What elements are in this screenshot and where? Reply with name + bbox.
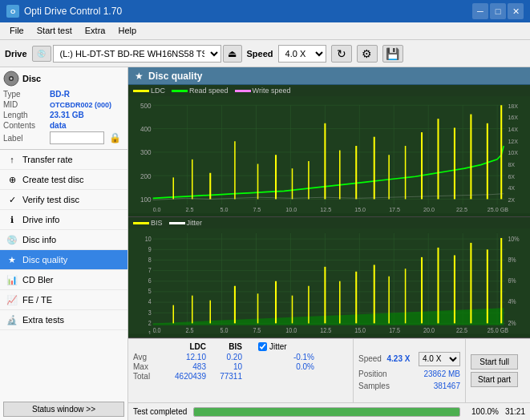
svg-text:8X: 8X (508, 161, 515, 168)
minimize-button[interactable]: ─ (472, 3, 488, 19)
status-text: Test completed (133, 407, 187, 416)
svg-text:10.0: 10.0 (285, 327, 297, 334)
jitter-checkbox-label: Jitter (269, 342, 287, 351)
disc-contents-key: Contents (3, 121, 47, 130)
avg-ldc: 12.10 (162, 353, 206, 361)
speed-select-box[interactable]: 4.0 X (419, 352, 460, 366)
sidebar-item-transfer-rate[interactable]: ↑ Transfer rate (0, 150, 127, 170)
maximize-button[interactable]: □ (490, 3, 506, 19)
start-part-button[interactable]: Start part (471, 372, 518, 387)
stats-header-row: LDC BIS Jitter (133, 342, 348, 351)
max-bis: 10 (206, 362, 242, 371)
drive-select[interactable]: (L:) HL-DT-ST BD-RE WH16NS58 TST4 (53, 45, 221, 63)
refresh-button[interactable]: ↻ (331, 45, 352, 63)
time-text: 31:21 (505, 407, 525, 416)
close-button[interactable]: ✕ (508, 3, 524, 19)
speed-label: Speed (247, 49, 273, 59)
disc-length-row: Length 23.31 GB (3, 111, 124, 119)
svg-text:2.5: 2.5 (186, 327, 194, 334)
samples-val: 381467 (434, 382, 460, 390)
sidebar-item-label: CD Bler (22, 275, 54, 285)
disc-label-input[interactable] (50, 131, 104, 144)
svg-text:12X: 12X (508, 137, 518, 144)
menu-help[interactable]: Help (111, 24, 143, 38)
disc-panel: Disc Type BD-R MID OTCBDR002 (000) Lengt… (0, 67, 127, 150)
disc-mid-key: MID (3, 100, 47, 109)
ldc-legend: LDC Read speed Write speed (128, 85, 530, 96)
speed-select[interactable]: 4.0 X (278, 45, 326, 63)
svg-text:2: 2 (148, 320, 152, 328)
bis-legend-item: BIS (133, 219, 163, 227)
jitter-legend-item: Jitter (169, 219, 203, 227)
svg-text:14X: 14X (508, 126, 518, 133)
sidebar-item-label: Verify test disc (22, 195, 79, 204)
eject-button[interactable]: ⏏ (223, 45, 242, 63)
save-button[interactable]: 💾 (382, 45, 403, 63)
svg-text:200: 200 (140, 172, 152, 180)
svg-text:22.5: 22.5 (456, 327, 467, 334)
svg-text:2X: 2X (508, 196, 515, 203)
extra-tests-icon: 🔬 (6, 314, 18, 325)
stats-col-empty2 (242, 342, 258, 351)
sidebar-item-label: Disc info (22, 235, 56, 244)
disc-label-edit-icon[interactable]: 🔒 (109, 132, 121, 143)
start-full-button[interactable]: Start full (471, 354, 518, 370)
write-speed-color (235, 90, 251, 92)
svg-text:500: 500 (140, 101, 152, 109)
ldc-label: LDC (151, 87, 165, 95)
disc-label-key: Label (3, 134, 47, 143)
drive-label: Drive (5, 49, 27, 59)
app-icon: O (6, 5, 19, 18)
speed-info: Speed 4.23 X 4.0 X Position 23862 MB Sam… (353, 339, 465, 402)
menu-start-test[interactable]: Start test (30, 24, 79, 38)
max-jitter: 0.0% (258, 362, 314, 371)
svg-point-2 (10, 78, 13, 80)
fe-te-icon: 📈 (6, 294, 18, 305)
stats-col-empty (133, 342, 162, 351)
svg-text:16X: 16X (508, 114, 518, 121)
content-header-icon: ★ (135, 71, 144, 82)
progress-bar (193, 407, 460, 417)
status-bar: Test completed 100.0% 31:21 (128, 402, 530, 420)
sidebar-item-disc-quality[interactable]: ★ Disc quality (0, 250, 127, 270)
svg-text:4%: 4% (508, 298, 516, 306)
sidebar-item-label: FE / TE (22, 295, 52, 305)
window-controls: ─ □ ✕ (472, 3, 524, 19)
jitter-checkbox[interactable] (258, 342, 267, 351)
sidebar-item-verify-test-disc[interactable]: ✓ Verify test disc (0, 190, 127, 210)
svg-text:5.0: 5.0 (220, 206, 229, 213)
svg-text:2.5: 2.5 (186, 206, 194, 213)
drive-selector-group: 💿 (L:) HL-DT-ST BD-RE WH16NS58 TST4 ⏏ (32, 45, 242, 63)
sidebar-item-create-test-disc[interactable]: ⊕ Create test disc (0, 170, 127, 190)
sidebar-item-cd-bler[interactable]: 📊 CD Bler (0, 270, 127, 290)
read-speed-legend-item: Read speed (172, 87, 229, 95)
sidebar-item-extra-tests[interactable]: 🔬 Extra tests (0, 310, 127, 330)
position-row: Position 23862 MB (358, 370, 460, 378)
max-label: Max (133, 362, 162, 371)
disc-contents-val: data (50, 121, 67, 130)
sidebar-item-drive-info[interactable]: ℹ Drive info (0, 210, 127, 230)
svg-text:5: 5 (148, 288, 152, 296)
settings-button[interactable]: ⚙ (357, 45, 378, 63)
jitter-color (169, 222, 185, 224)
sidebar: Disc Type BD-R MID OTCBDR002 (000) Lengt… (0, 67, 128, 420)
sidebar-item-disc-info[interactable]: 💿 Disc info (0, 230, 127, 250)
svg-text:20.0: 20.0 (423, 206, 435, 213)
sidebar-item-fe-te[interactable]: 📈 FE / TE (0, 290, 127, 310)
action-buttons: Start full Start part (465, 339, 523, 402)
position-key: Position (358, 370, 387, 378)
status-window-button[interactable]: Status window >> (3, 402, 124, 417)
svg-text:8: 8 (148, 256, 152, 265)
menu-file[interactable]: File (3, 24, 30, 38)
sidebar-item-label: Disc quality (22, 255, 67, 265)
svg-text:400: 400 (140, 125, 152, 133)
bis-chart-svg: 10 9 8 7 6 5 4 3 2 1 10% 8% 6% (128, 228, 530, 334)
read-speed-color (172, 90, 188, 92)
content-header-title: Disc quality (148, 71, 202, 82)
svg-text:10: 10 (145, 235, 152, 243)
total-ldc: 4620439 (162, 372, 206, 381)
menu-extra[interactable]: Extra (79, 24, 112, 38)
svg-text:7.5: 7.5 (253, 327, 261, 334)
svg-text:18X: 18X (508, 102, 518, 109)
bis-label: BIS (151, 219, 163, 227)
